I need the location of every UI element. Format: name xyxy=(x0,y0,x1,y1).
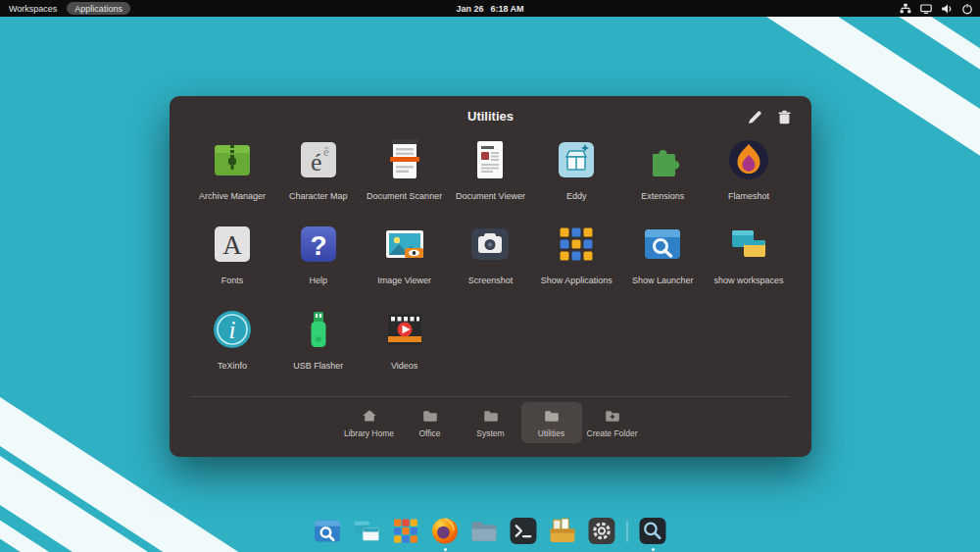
dialog-separator xyxy=(191,396,790,397)
folder-icon xyxy=(483,408,499,424)
firefox-icon xyxy=(431,517,460,545)
edit-folder-button[interactable] xyxy=(748,110,762,125)
pencil-icon xyxy=(749,111,761,124)
show-workspaces-icon xyxy=(726,222,771,267)
app-folder-dialog: Utilities Archive Manager éê Character M… xyxy=(170,96,811,457)
app-label: Videos xyxy=(391,361,417,371)
app-fonts[interactable]: A Fonts xyxy=(189,222,274,285)
terminal-icon xyxy=(510,517,538,545)
running-indicator xyxy=(444,548,447,551)
dock-documents[interactable] xyxy=(549,517,577,545)
show-applications-icon xyxy=(392,517,420,545)
app-label: Document Viewer xyxy=(456,191,525,201)
new-folder-icon xyxy=(605,408,620,424)
image-viewer-icon xyxy=(382,222,427,267)
tab-library-home[interactable]: Library Home xyxy=(339,402,400,443)
archive-manager-icon xyxy=(210,137,255,182)
delete-folder-button[interactable] xyxy=(777,110,792,125)
power-icon[interactable] xyxy=(961,3,973,15)
app-label: show workspaces xyxy=(714,276,784,285)
svg-text:i: i xyxy=(228,317,235,343)
extensions-icon xyxy=(640,137,685,182)
app-label: Screenshot xyxy=(468,276,514,285)
app-label: Flameshot xyxy=(728,191,769,201)
app-label: Extensions xyxy=(641,191,684,201)
dock-show-applications[interactable] xyxy=(392,517,420,545)
dock-separator xyxy=(627,521,628,542)
app-show-launcher[interactable]: Show Launcher xyxy=(620,222,706,285)
document-scanner-icon xyxy=(382,137,427,182)
folder-tabs: Library Home Office System Utilities Cre… xyxy=(170,402,811,443)
app-label: Document Scanner xyxy=(367,191,442,201)
svg-text:A: A xyxy=(222,230,242,260)
network-icon[interactable] xyxy=(900,3,911,15)
texinfo-icon: i xyxy=(210,307,255,352)
clock-date: Jan 26 xyxy=(456,4,483,14)
help-icon: ? xyxy=(296,222,341,267)
clock[interactable]: Jan 26 6:18 AM xyxy=(456,4,523,14)
app-label: Image Viewer xyxy=(377,276,431,285)
app-texinfo[interactable]: i TeXinfo xyxy=(189,307,274,371)
app-label: Show Applications xyxy=(541,276,612,285)
app-archive-manager[interactable]: Archive Manager xyxy=(189,137,274,201)
folder-icon xyxy=(544,408,560,424)
app-label: Help xyxy=(310,276,328,285)
dock-terminal[interactable] xyxy=(510,517,538,545)
app-document-viewer[interactable]: Document Viewer xyxy=(448,137,533,201)
app-image-viewer[interactable]: Image Viewer xyxy=(362,222,447,285)
dock-files[interactable] xyxy=(470,517,499,545)
app-screenshot[interactable]: Screenshot xyxy=(448,222,533,285)
show-applications-icon xyxy=(554,222,599,267)
dock-show-launcher[interactable] xyxy=(314,517,342,545)
tab-label: System xyxy=(476,428,504,438)
app-label: Eddy xyxy=(566,191,587,201)
eddy-icon xyxy=(554,137,599,182)
app-label: USB Flasher xyxy=(293,361,343,371)
top-panel: Workspaces Applications Jan 26 6:18 AM xyxy=(0,0,980,17)
workspaces-menu[interactable]: Workspaces xyxy=(9,4,57,14)
usb-flasher-icon xyxy=(296,307,341,352)
dock xyxy=(314,517,667,545)
screenshot-icon xyxy=(467,222,513,267)
clock-time: 6:18 AM xyxy=(490,4,523,14)
applications-menu[interactable]: Applications xyxy=(67,2,130,15)
tab-office[interactable]: Office xyxy=(400,402,461,443)
dock-show-workspaces[interactable] xyxy=(353,517,381,545)
tab-label: Office xyxy=(418,428,440,438)
running-indicator xyxy=(652,548,655,551)
tab-label: Create Folder xyxy=(587,428,638,438)
app-document-scanner[interactable]: Document Scanner xyxy=(362,137,447,201)
app-show-workspaces[interactable]: show workspaces xyxy=(707,222,792,285)
home-icon xyxy=(362,408,377,424)
svg-text:?: ? xyxy=(310,230,326,261)
folder-title: Utilities xyxy=(170,109,811,124)
display-icon[interactable] xyxy=(920,3,932,15)
app-label: Show Launcher xyxy=(632,276,694,285)
svg-text:ê: ê xyxy=(323,144,329,159)
dock-firefox[interactable] xyxy=(431,517,460,545)
dock-screenshot-tool[interactable] xyxy=(639,517,667,545)
app-extensions[interactable]: Extensions xyxy=(620,137,706,201)
app-usb-flasher[interactable]: USB Flasher xyxy=(275,307,361,371)
show-launcher-icon xyxy=(640,222,685,267)
app-flameshot[interactable]: Flameshot xyxy=(707,137,792,201)
app-grid: Archive Manager éê Character Map Documen… xyxy=(189,137,792,371)
app-eddy[interactable]: Eddy xyxy=(534,137,619,201)
flameshot-icon xyxy=(726,137,771,182)
app-help[interactable]: ? Help xyxy=(275,222,361,285)
volume-icon[interactable] xyxy=(941,3,953,15)
system-tray[interactable] xyxy=(900,0,973,17)
settings-gear-icon xyxy=(588,517,616,545)
screenshot-tool-icon xyxy=(639,517,667,545)
app-videos[interactable]: Videos xyxy=(362,307,447,371)
dock-settings[interactable] xyxy=(588,517,616,545)
tab-label: Utilities xyxy=(538,428,564,438)
app-show-applications[interactable]: Show Applications xyxy=(534,222,619,285)
document-viewer-icon xyxy=(467,137,513,182)
svg-text:é: é xyxy=(311,148,322,176)
tab-create-folder[interactable]: Create Folder xyxy=(582,402,643,443)
folder-icon xyxy=(422,408,438,424)
tab-system[interactable]: System xyxy=(461,402,521,443)
tab-utilities[interactable]: Utilities xyxy=(521,402,582,443)
app-character-map[interactable]: éê Character Map xyxy=(275,137,361,201)
